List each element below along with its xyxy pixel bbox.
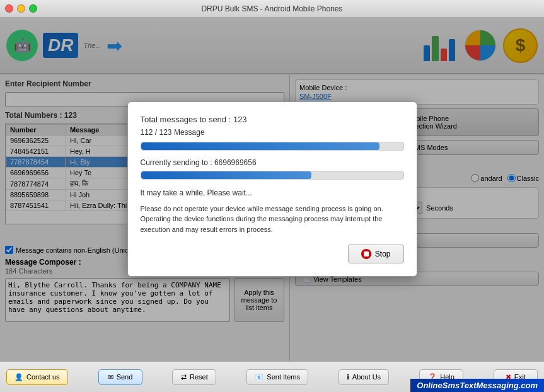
contact-button[interactable]: 👤 Contact us <box>6 369 68 385</box>
modal-footer: Stop <box>141 245 404 263</box>
reset-button[interactable]: ⇄ Reset <box>172 369 216 385</box>
contact-icon: 👤 <box>14 373 23 381</box>
progress-bar-1 <box>141 142 404 151</box>
info-icon: ℹ <box>347 373 349 381</box>
contact-label: Contact us <box>26 373 60 381</box>
progress-bar-1-fill <box>141 142 380 150</box>
stop-label: Stop <box>375 250 391 258</box>
modal-overlay: Total messages to send : 123 112 / 123 M… <box>0 18 544 360</box>
minimize-button[interactable] <box>17 4 25 13</box>
send-label: Send <box>117 373 133 381</box>
reset-label: Reset <box>190 373 208 381</box>
sent-icon: 📧 <box>255 373 263 381</box>
modal-progress-label: 112 / 123 Message <box>141 128 404 137</box>
sending-modal: Total messages to send : 123 112 / 123 M… <box>127 101 417 277</box>
window-controls[interactable] <box>5 4 37 13</box>
title-bar: DRPU Bulk SMS - Android Mobile Phones <box>0 0 544 18</box>
brand-footer: OnlineSmsTextMessaging.com <box>410 379 544 392</box>
progress-bar-2-fill <box>141 171 311 179</box>
close-button[interactable] <box>5 4 13 13</box>
bottom-toolbar: 👤 Contact us ✉ Send ⇄ Reset 📧 Sent Items… <box>0 360 544 392</box>
send-icon: ✉ <box>108 373 113 381</box>
stop-button[interactable]: Stop <box>348 245 404 263</box>
sent-items-label: Sent Items <box>267 373 300 381</box>
window-title: DRPU Bulk SMS - Android Mobile Phones <box>201 4 342 13</box>
wait-message: It may take a while, Please wait... <box>141 188 404 197</box>
progress-bar-2 <box>141 171 404 180</box>
send-button[interactable]: ✉ Send <box>98 369 142 385</box>
maximize-button[interactable] <box>29 4 37 13</box>
sent-items-button[interactable]: 📧 Sent Items <box>246 369 308 385</box>
warning-text: Please do not operate your device while … <box>141 204 404 235</box>
about-us-button[interactable]: ℹ About Us <box>339 369 389 385</box>
about-us-label: About Us <box>352 373 381 381</box>
stop-icon <box>361 249 371 259</box>
brand-text: OnlineSmsTextMessaging.com <box>417 381 538 390</box>
reset-icon: ⇄ <box>181 373 187 381</box>
sending-to-label: Currently sending to : 6696969656 <box>141 158 404 167</box>
modal-total-label: Total messages to send : 123 <box>141 115 404 124</box>
